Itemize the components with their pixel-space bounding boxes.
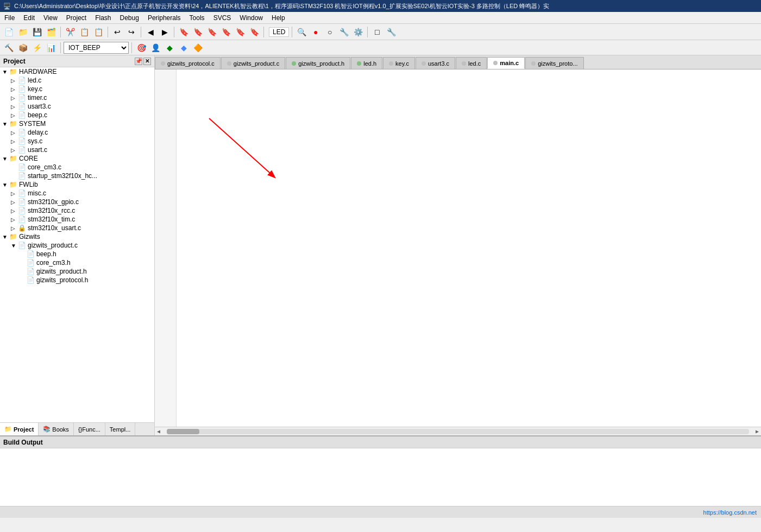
menu-item-file[interactable]: File xyxy=(0,13,19,23)
tb2-btn7[interactable]: ◆ xyxy=(163,41,176,54)
code-editor[interactable] xyxy=(155,69,761,427)
tree-node-beep-h[interactable]: 📄 beep.h xyxy=(17,250,154,258)
tb2-btn8[interactable]: ◆ xyxy=(177,41,190,54)
tree-node-tim[interactable]: ▷ 📄 stm32f10x_tim.c xyxy=(9,215,154,224)
tree-node-gizwits[interactable]: ▼ 📁 Gizwits xyxy=(0,232,154,241)
tree-node-gpio[interactable]: ▷ 📄 stm32f10x_gpio.c xyxy=(9,198,154,206)
panel-pin-btn[interactable]: 📌 xyxy=(135,58,142,65)
open-btn[interactable]: 📁 xyxy=(16,26,29,39)
panel-tab-func[interactable]: {}Func... xyxy=(74,423,105,435)
redo-btn[interactable]: ↪ xyxy=(125,26,138,39)
menu-item-svcs[interactable]: SVCS xyxy=(209,13,236,23)
tb2-btn5[interactable]: 🎯 xyxy=(135,41,148,54)
menu-item-peripherals[interactable]: Peripherals xyxy=(143,13,185,23)
tab-gizwits-product-h[interactable]: gizwits_product.h xyxy=(286,57,350,69)
tree-node-core-cm3-h[interactable]: 📄 core_cm3.h xyxy=(17,258,154,267)
editor-hscroll[interactable]: ◀ ▶ xyxy=(155,427,761,435)
build-btn[interactable]: ● xyxy=(309,26,322,39)
tree-node-startup[interactable]: 📄 startup_stm32f10x_hc... xyxy=(9,172,154,180)
tree-node-gizwits-product-c[interactable]: ▼ 📄 gizwits_product.c xyxy=(9,241,154,250)
hscroll-track[interactable] xyxy=(167,429,749,434)
tree-node-core[interactable]: ▼ 📁 CORE xyxy=(0,154,154,163)
tab-key-c[interactable]: key.c xyxy=(383,57,415,69)
tree-node-delay-c[interactable]: ▷ 📄 delay.c xyxy=(9,128,154,137)
tab-main-c[interactable]: main.c xyxy=(487,57,525,69)
tree-node-gizwits-product-h[interactable]: 📄 gizwits_product.h xyxy=(17,267,154,276)
menu-item-help[interactable]: Help xyxy=(267,13,290,23)
tb2-btn9[interactable]: 🔶 xyxy=(191,41,204,54)
menu-item-edit[interactable]: Edit xyxy=(19,13,39,23)
tb2-btn3[interactable]: ⚡ xyxy=(30,41,43,54)
save-all-btn[interactable]: 🗂️ xyxy=(45,26,58,39)
panel-tab-templ[interactable]: Templ... xyxy=(105,423,136,435)
label-fwlib: FWLib xyxy=(19,181,38,188)
stop-btn[interactable]: 🔧 xyxy=(337,26,350,39)
tab-gizwits-protocol-c[interactable]: gizwits_protocol.c xyxy=(155,57,221,69)
tb2-btn1[interactable]: 🔨 xyxy=(2,41,15,54)
tb2-btn2[interactable]: 📦 xyxy=(16,41,29,54)
bookmark2-btn[interactable]: 🔖 xyxy=(191,26,204,39)
tree-node-rcc[interactable]: ▷ 📄 stm32f10x_rcc.c xyxy=(9,206,154,215)
menu-item-tools[interactable]: Tools xyxy=(185,13,209,23)
cut-btn[interactable]: ✂️ xyxy=(64,26,77,39)
win-btn[interactable]: □ xyxy=(370,26,383,39)
menu-item-view[interactable]: View xyxy=(39,13,62,23)
tab-gizwits-proto-last[interactable]: gizwits_proto... xyxy=(525,57,583,69)
tab-led-h[interactable]: led.h xyxy=(351,57,382,69)
label-rcc: stm32f10x_rcc.c xyxy=(28,207,75,214)
title-bar: 🖥️ C:\Users\Administrator\Desktop\毕业设计\正… xyxy=(0,0,761,12)
tree-node-led-c[interactable]: ▷ 📄 led.c xyxy=(9,76,154,85)
panel-tab-books[interactable]: 📚 Books xyxy=(39,423,74,435)
bookmark6-btn[interactable]: 🔖 xyxy=(248,26,261,39)
paste-btn[interactable]: 📋 xyxy=(92,26,105,39)
hscroll-thumb[interactable] xyxy=(167,429,199,434)
system-children: ▷ 📄 delay.c ▷ 📄 sys.c ▷ 📄 usart.c xyxy=(0,128,154,154)
settings-btn[interactable]: ⚙️ xyxy=(351,26,364,39)
scroll-left-arrow[interactable]: ◀ xyxy=(155,428,162,435)
tree-node-misc[interactable]: ▷ 📄 misc.c xyxy=(9,189,154,198)
back-btn[interactable]: ◀ xyxy=(144,26,157,39)
tree-node-timer-c[interactable]: ▷ 📄 timer.c xyxy=(9,93,154,102)
tree-node-sys-c[interactable]: ▷ 📄 sys.c xyxy=(9,137,154,145)
bookmark-btn[interactable]: 🔖 xyxy=(177,26,190,39)
copy-btn[interactable]: 📋 xyxy=(78,26,91,39)
tree-node-beep-c[interactable]: ▷ 📄 beep.c xyxy=(9,111,154,119)
tree-node-core-cm3[interactable]: 📄 core_cm3.c xyxy=(9,163,154,172)
menu-item-debug[interactable]: Debug xyxy=(116,13,143,23)
panel-tab-project[interactable]: 📁 Project xyxy=(0,423,39,435)
build-output-content[interactable] xyxy=(0,448,761,506)
run-btn[interactable]: ○ xyxy=(323,26,336,39)
menu-item-flash[interactable]: Flash xyxy=(91,13,115,23)
tool2-btn[interactable]: 🔧 xyxy=(385,26,398,39)
tree-node-usart-fw[interactable]: ▷ 🔒 stm32f10x_usart.c xyxy=(9,224,154,232)
tree-node-hardware[interactable]: ▼ 📁 HARDWARE xyxy=(0,67,154,76)
bookmark4-btn[interactable]: 🔖 xyxy=(219,26,232,39)
search-btn[interactable]: 🔍 xyxy=(295,26,308,39)
fwd-btn[interactable]: ▶ xyxy=(158,26,171,39)
tree-node-gizwits-protocol-h[interactable]: 📄 gizwits_protocol.h xyxy=(17,276,154,284)
exp-usart: ▷ xyxy=(11,147,16,153)
save-btn[interactable]: 💾 xyxy=(30,26,43,39)
undo-btn[interactable]: ↩ xyxy=(111,26,124,39)
tb2-btn6[interactable]: 👤 xyxy=(149,41,162,54)
folder-icon-hardware: 📁 xyxy=(9,68,17,75)
bookmark3-btn[interactable]: 🔖 xyxy=(205,26,218,39)
tree-node-usart-c[interactable]: ▷ 📄 usart.c xyxy=(9,145,154,154)
tab-usart3-c[interactable]: usart3.c xyxy=(416,57,455,69)
tab-gizwits-product-c[interactable]: gizwits_product.c xyxy=(221,57,285,69)
tb2-btn4[interactable]: 📊 xyxy=(45,41,58,54)
bookmark5-btn[interactable]: 🔖 xyxy=(234,26,247,39)
tab-led-c[interactable]: led.c xyxy=(456,57,487,69)
code-content[interactable] xyxy=(177,69,761,427)
panel-close-btn[interactable]: ✕ xyxy=(143,58,151,65)
tree-node-fwlib[interactable]: ▼ 📁 FWLib xyxy=(0,180,154,189)
tree-node-key-c[interactable]: ▷ 📄 key.c xyxy=(9,85,154,93)
scroll-right-arrow[interactable]: ▶ xyxy=(753,428,761,435)
target-select[interactable]: IOT_BEEP xyxy=(64,42,129,54)
menu-item-project[interactable]: Project xyxy=(62,13,91,23)
tab-label-2: gizwits_product.c xyxy=(234,60,279,67)
new-btn[interactable]: 📄 xyxy=(2,26,15,39)
tree-node-usart3-c[interactable]: ▷ 📄 usart3.c xyxy=(9,102,154,111)
menu-item-window[interactable]: Window xyxy=(235,13,267,23)
tree-node-system[interactable]: ▼ 📁 SYSTEM xyxy=(0,119,154,128)
